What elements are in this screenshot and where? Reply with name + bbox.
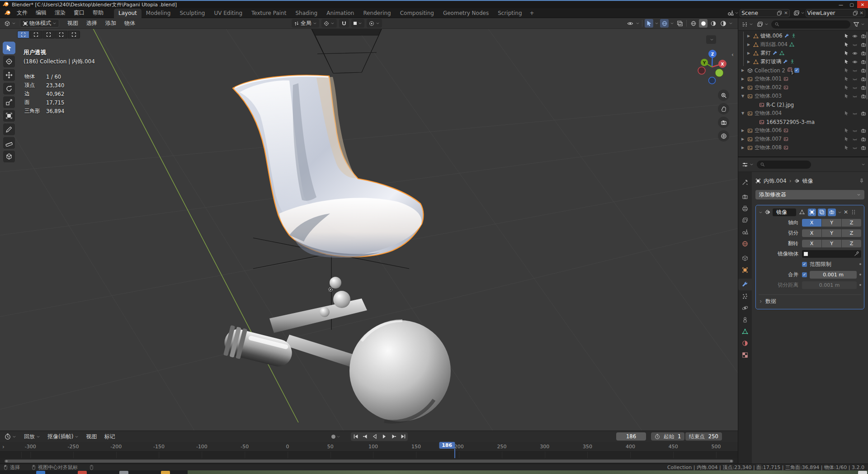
- show-in-editmode-toggle[interactable]: [808, 209, 816, 216]
- tool-scale[interactable]: [3, 96, 15, 109]
- select-mode-button-4[interactable]: [68, 31, 80, 38]
- eye-open-icon[interactable]: [852, 33, 858, 39]
- render-visibility-camera-icon[interactable]: [861, 145, 866, 151]
- expander-icon[interactable]: ▶: [740, 137, 745, 141]
- menu-渲染[interactable]: 渲染: [51, 8, 70, 18]
- clipping-checkbox[interactable]: ✓: [802, 262, 807, 267]
- merge-threshold-field[interactable]: 0.001 m: [810, 271, 857, 279]
- transform-orientation-dropdown[interactable]: 全局: [292, 19, 319, 28]
- workspace-tab-modeling[interactable]: Modeling: [142, 9, 175, 18]
- menu-帮助[interactable]: 帮助: [89, 8, 108, 18]
- axis-y-button[interactable]: Y: [822, 219, 841, 227]
- taskbar-app-fragment[interactable]: [119, 471, 128, 474]
- outliner-row[interactable]: ▶雾灯: [738, 49, 868, 57]
- render-visibility-camera-icon[interactable]: [861, 85, 866, 90]
- show-realtime-toggle[interactable]: [818, 209, 826, 216]
- select-arrow-icon[interactable]: [844, 137, 849, 142]
- pin-icon[interactable]: [859, 178, 864, 184]
- tool-move[interactable]: [3, 69, 15, 81]
- scrollbar-thumb[interactable]: [5, 460, 733, 463]
- properties-tab-modifiers[interactable]: [738, 279, 752, 290]
- chrome-mechanism[interactable]: [221, 277, 451, 422]
- bisect-y-button[interactable]: Y: [822, 229, 841, 237]
- render-visibility-camera-icon[interactable]: [861, 68, 866, 73]
- next-keyframe-button[interactable]: [389, 432, 398, 441]
- show-overlays-toggle[interactable]: [660, 19, 669, 28]
- eye-closed-icon[interactable]: [852, 94, 858, 99]
- play-button[interactable]: [379, 432, 389, 441]
- scene-selector[interactable]: Scene ✕: [740, 9, 789, 17]
- add-modifier-button[interactable]: 添加修改器: [755, 190, 864, 199]
- workspace-tab-animation[interactable]: Animation: [322, 9, 359, 18]
- pivot-point-dropdown[interactable]: [321, 19, 337, 28]
- toggle-xray[interactable]: [675, 19, 684, 28]
- axis-z-button[interactable]: Z: [842, 219, 861, 227]
- maximize-button[interactable]: ▢: [846, 1, 857, 8]
- properties-editor-type-button[interactable]: [741, 160, 755, 169]
- options-button[interactable]: [706, 35, 716, 44]
- render-visibility-camera-icon[interactable]: [861, 76, 866, 82]
- outliner-scrollbar[interactable]: [866, 32, 868, 100]
- auto-keying-toggle[interactable]: [331, 435, 340, 439]
- select-mode-button-2[interactable]: [42, 31, 55, 38]
- animate-dot[interactable]: [859, 274, 861, 275]
- properties-tab-world[interactable]: [738, 238, 752, 250]
- breadcrumb-modifier[interactable]: 镜像: [802, 177, 813, 185]
- workspace-tab-layout[interactable]: Layout: [114, 9, 142, 18]
- select-arrow-icon[interactable]: [844, 111, 849, 116]
- shading-rendered-button[interactable]: [719, 19, 727, 28]
- menu-窗口[interactable]: 窗口: [70, 8, 89, 18]
- view-layer-icon[interactable]: [793, 10, 800, 16]
- timeline-editor-type-button[interactable]: [2, 432, 19, 441]
- menu-编辑[interactable]: 编辑: [32, 8, 51, 18]
- outliner-row[interactable]: 1663572905-3-ma: [738, 118, 868, 126]
- outliner-row[interactable]: ▶空物体.001: [738, 75, 868, 83]
- select-arrow-icon[interactable]: [844, 85, 849, 90]
- workspace-tab-geometry-nodes[interactable]: Geometry Nodes: [439, 9, 493, 18]
- expander-icon[interactable]: ▼: [740, 94, 745, 98]
- frame-start-field[interactable]: 起始 1: [651, 432, 684, 441]
- properties-tab-scene[interactable]: [738, 226, 752, 238]
- remove-view-layer-icon[interactable]: ✕: [860, 10, 863, 15]
- zoom-button[interactable]: [718, 90, 729, 101]
- select-arrow-icon[interactable]: [844, 76, 849, 81]
- animate-dot[interactable]: [859, 263, 861, 265]
- outliner-row[interactable]: R-C (2).jpg: [738, 100, 868, 109]
- channel-expand-arrow[interactable]: ›: [2, 444, 5, 450]
- properties-tab-physics[interactable]: [738, 302, 752, 314]
- timeline-menu-回放[interactable]: 回放: [20, 432, 44, 441]
- object-type-visibility-dropdown[interactable]: [626, 19, 634, 28]
- properties-tab-material[interactable]: [738, 337, 752, 349]
- eye-closed-icon[interactable]: [852, 42, 858, 47]
- properties-tab-object[interactable]: [738, 264, 752, 276]
- bisect-z-button[interactable]: Z: [842, 229, 861, 237]
- workspace-tab-scripting[interactable]: Scripting: [493, 9, 526, 18]
- render-visibility-camera-icon[interactable]: [861, 94, 866, 99]
- modifier-name-field[interactable]: 镜像: [773, 209, 796, 216]
- outliner-row[interactable]: ▶雨刮器.004: [738, 40, 868, 49]
- shading-wireframe-button[interactable]: [689, 19, 698, 28]
- shading-material-button[interactable]: [709, 19, 717, 28]
- workspace-tab-rendering[interactable]: Rendering: [359, 9, 395, 18]
- expander-icon[interactable]: ▶: [746, 43, 751, 47]
- prev-keyframe-button[interactable]: [360, 432, 370, 441]
- flip-x-button[interactable]: X: [802, 240, 821, 247]
- expander-icon[interactable]: ▶: [746, 34, 751, 38]
- expander-icon[interactable]: ▶: [746, 51, 751, 55]
- axis-x-button[interactable]: X: [802, 219, 821, 227]
- add-workspace-button[interactable]: +: [527, 9, 538, 18]
- render-visibility-camera-icon[interactable]: [861, 128, 866, 133]
- tool-measure[interactable]: [3, 137, 15, 149]
- new-scene-icon[interactable]: [777, 10, 782, 16]
- pan-hand-button[interactable]: [718, 103, 729, 114]
- current-frame-field[interactable]: 186: [616, 432, 646, 441]
- eye-closed-icon[interactable]: [852, 128, 858, 133]
- expander-icon[interactable]: ▶: [740, 85, 745, 90]
- outliner-row[interactable]: ▶空物体.008: [738, 143, 868, 152]
- flip-z-button[interactable]: Z: [842, 240, 861, 247]
- perspective-toggle-button[interactable]: [718, 130, 729, 142]
- bisect-distance-field[interactable]: 0.001 m: [802, 281, 857, 289]
- properties-tab-texture[interactable]: [738, 349, 752, 361]
- select-arrow-icon[interactable]: [844, 59, 849, 64]
- expander-icon[interactable]: ▶: [740, 128, 745, 133]
